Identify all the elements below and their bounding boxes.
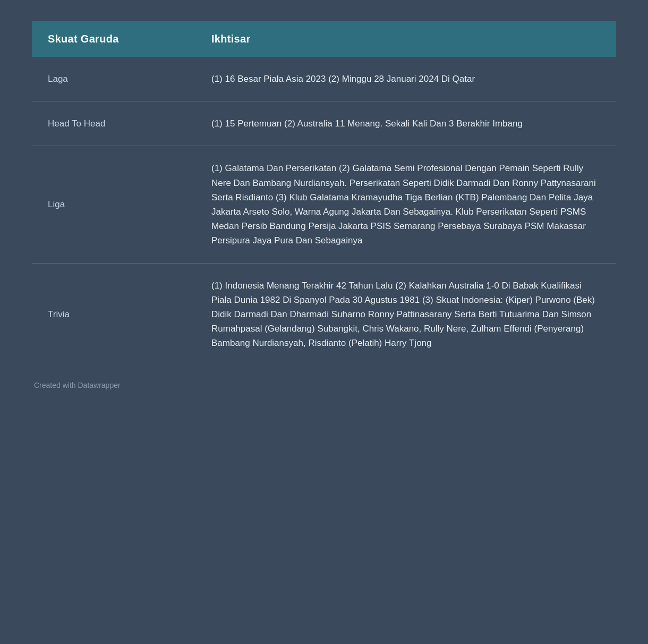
row-content: (1) 16 Besar Piala Asia 2023 (2) Minggu … [195, 57, 616, 101]
row-label: Laga [32, 57, 195, 101]
col2-header: Ikhtisar [195, 21, 616, 57]
table-row: Head To Head(1) 15 Pertemuan (2) Austral… [32, 101, 616, 146]
row-label: Liga [32, 146, 195, 263]
table-row: Laga(1) 16 Besar Piala Asia 2023 (2) Min… [32, 57, 616, 101]
table-header-row: Skuat Garuda Ikhtisar [32, 21, 616, 57]
row-label: Trivia [32, 263, 195, 365]
col1-header: Skuat Garuda [32, 21, 195, 57]
row-content: (1) Galatama Dan Perserikatan (2) Galata… [195, 146, 616, 263]
footer-credit: Created with Datawrapper [32, 381, 616, 389]
main-container: Skuat Garuda Ikhtisar Laga(1) 16 Besar P… [32, 21, 616, 389]
row-label: Head To Head [32, 101, 195, 146]
table-row: Liga(1) Galatama Dan Perserikatan (2) Ga… [32, 146, 616, 263]
row-content: (1) 15 Pertemuan (2) Australia 11 Menang… [195, 101, 616, 146]
data-table: Skuat Garuda Ikhtisar Laga(1) 16 Besar P… [32, 21, 616, 365]
table-row: Trivia(1) Indonesia Menang Terakhir 42 T… [32, 263, 616, 365]
row-content: (1) Indonesia Menang Terakhir 42 Tahun L… [195, 263, 616, 365]
